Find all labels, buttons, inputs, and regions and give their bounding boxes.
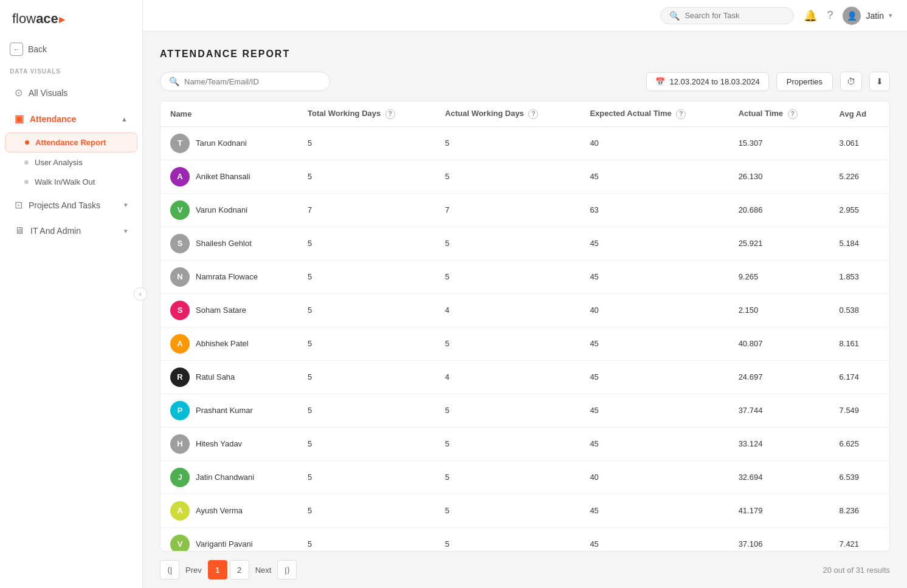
sidebar-item-attendance-report[interactable]: Attendance Report [5,132,137,152]
cell-actual-working-days: 7 [435,193,580,227]
attendance-label: Attendance [30,114,76,124]
dot-icon [24,160,29,165]
col-actual-working-days: Actual Working Days ? [435,101,580,126]
cell-expected-actual-time: 40 [580,293,728,327]
cell-expected-actual-time: 45 [580,360,728,394]
all-visuals-label: All Visuals [29,88,67,98]
download-icon-button[interactable]: ⬇ [869,72,890,91]
walk-in-out-label: Walk In/Walk Out [35,177,95,186]
cell-name: V Varun Kodnani [160,193,298,227]
all-visuals-icon: ⊙ [15,87,22,98]
cell-name: T Tarun Kodnani [160,126,298,160]
table-row: S Shailesh Gehlot 5 5 45 25.921 5.184 [160,227,889,260]
cell-expected-actual-time: 63 [580,193,728,227]
it-admin-label: IT And Admin [30,226,81,236]
projects-tasks-label: Projects And Tasks [29,200,100,210]
help-icon[interactable]: ? [827,9,833,22]
properties-button[interactable]: Properties [776,72,833,91]
user-info[interactable]: 👤 Jatin ▾ [843,7,892,25]
last-page-button[interactable]: |⟩ [277,560,297,579]
avatar: 👤 [843,7,861,25]
avatar: J [170,468,190,487]
cell-actual-time: 2.150 [729,293,830,327]
main-content: 🔍 🔔 ? 👤 Jatin ▾ ATTENDANCE REPORT 🔍 📅 12… [143,0,907,588]
filters-row: 🔍 📅 12.03.2024 to 18.03.2024 Properties … [160,72,890,91]
name-label: Variganti Pavani [196,539,253,549]
cell-avg-ad: 7.421 [830,527,889,552]
avatar: S [170,301,190,320]
cell-actual-time: 37.744 [729,394,830,427]
sidebar-item-all-visuals[interactable]: ⊙ All Visuals [5,81,137,104]
cell-total-working-days: 5 [298,494,435,527]
user-name: Jatin [866,11,884,21]
sidebar-item-walk-in-out[interactable]: Walk In/Walk Out [5,173,137,191]
sidebar-item-attendance[interactable]: ▣ Attendance ▲ [5,107,137,131]
dot-icon [24,180,29,184]
cell-expected-actual-time: 45 [580,527,728,552]
it-admin-chevron-icon: ▾ [124,227,128,235]
next-button[interactable]: Next [252,566,275,575]
name-label: Prashant Kumar [196,406,253,415]
prev-button[interactable]: Prev [182,566,205,575]
name-label: Abhishek Patel [196,339,249,348]
sidebar-item-it-admin[interactable]: 🖥 IT And Admin ▾ [5,219,137,242]
first-page-button[interactable]: ⟨| [160,560,179,579]
cell-expected-actual-time: 45 [580,327,728,360]
table-row: V Varun Kodnani 7 7 63 20.686 2.955 [160,193,889,227]
name-label: Aniket Bhansali [196,172,250,181]
name-label: Jatin Chandwani [196,473,254,482]
cell-expected-actual-time: 45 [580,160,728,193]
cell-total-working-days: 5 [298,160,435,193]
avatar: A [170,167,190,186]
table-row: V Variganti Pavani 5 5 45 37.106 7.421 [160,527,889,552]
help-icon: ? [528,109,538,119]
clock-icon-button[interactable]: ⏱ [840,72,862,91]
cell-avg-ad: 5.184 [830,227,889,260]
cell-avg-ad: 6.539 [830,460,889,494]
page-2-button[interactable]: 2 [230,560,249,579]
section-label: DATA VISUALS [0,64,142,80]
cell-avg-ad: 5.226 [830,160,889,193]
back-button[interactable]: ← Back [0,38,142,64]
name-search-wrap[interactable]: 🔍 [160,72,330,91]
table-row: N Namrata Flowace 5 5 45 9.265 1.853 [160,260,889,293]
logo: flowace▸ [0,0,142,38]
user-chevron-icon: ▾ [889,12,892,19]
avatar: N [170,267,190,287]
notification-icon[interactable]: 🔔 [804,9,817,22]
page-1-button[interactable]: 1 [208,560,227,579]
sidebar-collapse-button[interactable]: ‹ [134,287,147,301]
cell-name: J Jatin Chandwani [160,460,298,494]
attendance-icon: ▣ [15,113,24,125]
table-header-row: Name Total Working Days ? Actual Working… [160,101,889,126]
cell-name: S Soham Satare [160,293,298,327]
avatar: A [170,334,190,354]
pagination-bar: ⟨| Prev 1 2 Next |⟩ 20 out of 31 results [160,552,890,588]
cell-expected-actual-time: 45 [580,260,728,293]
topbar-search[interactable]: 🔍 [660,7,794,24]
table-row: H Hitesh Yadav 5 5 45 33.124 6.625 [160,427,889,460]
back-label: Back [28,44,47,54]
sidebar-item-projects-tasks[interactable]: ⊡ Projects And Tasks ▾ [5,193,137,217]
date-range-button[interactable]: 📅 12.03.2024 to 18.03.2024 [646,72,769,91]
col-name: Name [160,101,298,126]
cell-actual-working-days: 4 [435,293,580,327]
search-input[interactable] [685,11,785,20]
cell-avg-ad: 6.174 [830,360,889,394]
cell-expected-actual-time: 40 [580,460,728,494]
cell-actual-working-days: 5 [435,260,580,293]
table-row: A Ayush Verma 5 5 45 41.179 8.236 [160,494,889,527]
page-info: 20 out of 31 results [823,566,890,575]
topbar: 🔍 🔔 ? 👤 Jatin ▾ [143,0,907,32]
page-title: ATTENDANCE REPORT [160,49,890,60]
col-actual-time: Actual Time ? [729,101,830,126]
cell-actual-working-days: 5 [435,160,580,193]
cell-total-working-days: 5 [298,394,435,427]
cell-total-working-days: 5 [298,360,435,394]
cell-name: V Variganti Pavani [160,527,298,552]
sidebar-item-user-analysis[interactable]: User Analysis [5,153,137,172]
name-label: Namrata Flowace [196,272,258,281]
name-search-input[interactable] [184,77,321,86]
cell-actual-working-days: 5 [435,460,580,494]
back-icon: ← [10,43,23,56]
